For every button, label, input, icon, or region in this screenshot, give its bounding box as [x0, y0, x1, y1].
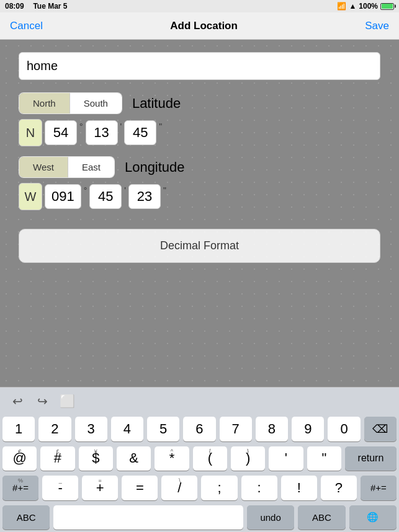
- key-7[interactable]: 7: [220, 417, 252, 441]
- latitude-degree-symbol: °: [79, 122, 83, 131]
- longitude-minutes[interactable]: 45: [89, 184, 122, 209]
- key-4[interactable]: 4: [111, 417, 143, 441]
- longitude-label: Longitude: [125, 159, 185, 175]
- longitude-seconds[interactable]: 23: [128, 184, 161, 209]
- latitude-minutes[interactable]: 13: [86, 120, 118, 145]
- nav-title: Add Location: [170, 20, 238, 32]
- key-equals[interactable]: =: [122, 476, 158, 500]
- key-2[interactable]: 2: [38, 417, 71, 441]
- undo-key[interactable]: undo: [247, 505, 294, 530]
- key-9[interactable]: 9: [292, 417, 324, 441]
- keyboard-row-symbols: €@ £# ¥$ & ^* {( }) ' " return: [2, 446, 397, 471]
- longitude-degrees[interactable]: 091: [45, 184, 81, 209]
- latitude-degrees[interactable]: 54: [45, 120, 77, 145]
- key-plus[interactable]: =+: [82, 476, 118, 500]
- status-date: Tue Mar 5: [33, 2, 67, 11]
- longitude-degree-symbol: °: [84, 185, 87, 195]
- abc-key-right[interactable]: ABC: [298, 505, 345, 530]
- longitude-section: West East Longitude W 091 ° 45 ' 23 ": [19, 156, 380, 210]
- key-rparen[interactable]: }): [231, 446, 265, 471]
- key-asterisk[interactable]: ^*: [155, 446, 189, 471]
- emoji-key[interactable]: 🌐: [349, 505, 397, 530]
- key-3[interactable]: 3: [75, 417, 107, 441]
- key-0[interactable]: 0: [328, 417, 360, 441]
- key-numpad[interactable]: %#+=: [2, 476, 38, 500]
- key-dash[interactable]: _-: [42, 476, 78, 500]
- status-time: 08:09: [5, 2, 24, 11]
- key-numpad2[interactable]: #+=: [361, 476, 397, 500]
- signal-icon: ▲: [349, 2, 356, 11]
- latitude-seconds[interactable]: 45: [124, 120, 156, 145]
- latitude-segment[interactable]: North South: [19, 92, 122, 114]
- space-key[interactable]: [53, 505, 243, 530]
- longitude-east-button[interactable]: East: [68, 157, 114, 177]
- latitude-value-row: N 54 ° 13 ' 45 ": [19, 119, 162, 146]
- battery-icon: [380, 3, 394, 10]
- return-key[interactable]: return: [345, 446, 397, 471]
- longitude-minute-symbol: ': [124, 185, 126, 195]
- status-bar: 08:09 Tue Mar 5 📶 ▲ 100%: [0, 0, 399, 12]
- latitude-north-button[interactable]: North: [19, 93, 70, 113]
- key-dquote[interactable]: ": [307, 446, 341, 471]
- wifi-icon: 📶: [337, 2, 346, 11]
- key-6[interactable]: 6: [183, 417, 215, 441]
- keyboard-row-more: %#+= _- =+ = \/ ; : ! ? #+=: [2, 476, 397, 500]
- keyboard-row-bottom: ABC undo ABC 🌐: [2, 505, 397, 530]
- main-content: North South Latitude N 54 ° 13 ' 45 " We…: [0, 40, 399, 387]
- battery-percent: 100%: [359, 2, 378, 11]
- keyboard: 1 2 3 4 5 6 7 8 9 0 ⌫ €@ £# ¥$ & ^*: [0, 414, 399, 532]
- undo-toolbar-button[interactable]: ↩: [7, 391, 27, 411]
- redo-toolbar-button[interactable]: ↪: [32, 391, 52, 411]
- save-button[interactable]: Save: [365, 20, 389, 32]
- key-at[interactable]: €@: [2, 446, 37, 471]
- decimal-format-button[interactable]: Decimal Format: [19, 229, 380, 263]
- key-exclaim[interactable]: !: [281, 476, 317, 500]
- latitude-section: North South Latitude N 54 ° 13 ' 45 ": [19, 92, 380, 146]
- key-hash[interactable]: £#: [40, 446, 74, 471]
- keyboard-toolbar: ↩ ↪ ⬜: [0, 387, 399, 414]
- key-quote[interactable]: ': [269, 446, 303, 471]
- key-5[interactable]: 5: [147, 417, 179, 441]
- longitude-segment[interactable]: West East: [19, 156, 115, 178]
- key-1[interactable]: 1: [2, 417, 35, 441]
- key-slash[interactable]: \/: [161, 476, 197, 500]
- key-lparen[interactable]: {(: [193, 446, 227, 471]
- latitude-label: Latitude: [132, 95, 181, 112]
- key-semicolon[interactable]: ;: [201, 476, 237, 500]
- keyboard-row-numbers: 1 2 3 4 5 6 7 8 9 0 ⌫: [2, 417, 397, 441]
- longitude-west-button[interactable]: West: [19, 157, 68, 177]
- background-dots: [0, 40, 399, 387]
- status-indicators: 📶 ▲ 100%: [337, 2, 394, 11]
- key-dollar[interactable]: ¥$: [79, 446, 113, 471]
- cancel-button[interactable]: Cancel: [10, 20, 43, 32]
- latitude-minute-symbol: ': [120, 122, 122, 131]
- latitude-second-symbol: ": [159, 122, 162, 131]
- location-name-input[interactable]: [19, 52, 380, 80]
- keyboard-area: ↩ ↪ ⬜ 1 2 3 4 5 6 7 8 9 0 ⌫ €@ £#: [0, 387, 399, 532]
- key-ampersand[interactable]: &: [117, 446, 151, 471]
- abc-key-left[interactable]: ABC: [2, 505, 50, 530]
- latitude-south-button[interactable]: South: [70, 93, 122, 113]
- longitude-value-row: W 091 ° 45 ' 23 ": [19, 183, 166, 210]
- key-question[interactable]: ?: [321, 476, 357, 500]
- latitude-controls: North South Latitude: [19, 92, 181, 114]
- longitude-controls: West East Longitude: [19, 156, 185, 178]
- longitude-direction[interactable]: W: [19, 183, 42, 210]
- latitude-direction[interactable]: N: [19, 119, 42, 146]
- clipboard-toolbar-button[interactable]: ⬜: [57, 391, 77, 411]
- key-colon[interactable]: :: [241, 476, 277, 500]
- longitude-second-symbol: ": [163, 185, 166, 195]
- delete-key[interactable]: ⌫: [364, 417, 397, 441]
- nav-bar: Cancel Add Location Save: [0, 12, 399, 40]
- key-8[interactable]: 8: [256, 417, 288, 441]
